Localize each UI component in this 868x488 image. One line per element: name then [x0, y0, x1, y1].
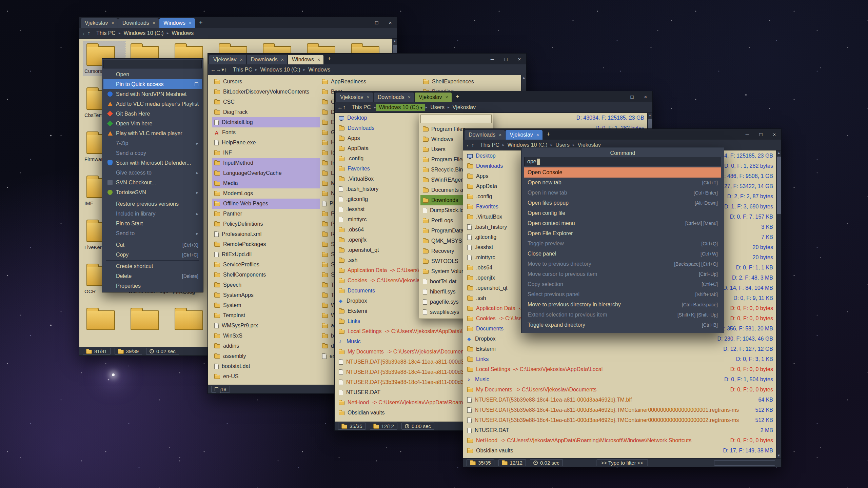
breadcrumb-vjekoslav[interactable]: Vjekoslav	[450, 104, 478, 111]
close-button[interactable]: ×	[383, 20, 397, 25]
file-row-csc[interactable]: CSC	[212, 97, 320, 107]
back-button[interactable]: ←	[82, 30, 87, 36]
tab-close-icon[interactable]: ×	[408, 95, 411, 100]
context-menu-item-delete[interactable]: Delete[Delete]	[103, 271, 202, 281]
tab-close-icon[interactable]: ×	[111, 20, 114, 26]
context-menu-item-play-with-vlc-media-player[interactable]: Play with VLC media player	[103, 128, 202, 138]
maximize-button[interactable]: □	[754, 131, 768, 137]
context-menu-item-pin-to-start[interactable]: Pin to Start	[103, 219, 202, 228]
titlebar[interactable]: Vjekoslav×Downloads×Windows×+ ─ □ ×	[79, 17, 397, 28]
file-row-tempinst[interactable]: TempInst	[212, 310, 320, 321]
close-button[interactable]: ×	[639, 94, 652, 100]
file-row-inputmethod[interactable]: InputMethod	[212, 158, 320, 168]
file-row-en-us[interactable]: en-US	[212, 371, 320, 382]
tab-close-icon[interactable]: ×	[367, 95, 369, 100]
tab-close-icon[interactable]: ×	[240, 57, 242, 62]
forward-button[interactable]: →	[216, 67, 221, 73]
command-item-toggle-preview[interactable]: Toggle preview[Ctrl+Q]	[524, 239, 721, 249]
scrollbar[interactable]: ▲ ▼	[776, 150, 781, 458]
minimize-button[interactable]: ─	[741, 131, 754, 137]
breadcrumb-windows-10-c[interactable]: Windows 10 (C:)	[257, 66, 303, 74]
command-item-open-context-menu[interactable]: Open context menu[Ctrl+M] [Menu]	[524, 218, 721, 228]
tab-close-icon[interactable]: ×	[281, 57, 284, 62]
command-item-extend-selection-to-previous-item[interactable]: Extend selection to previous item[Shift+…	[524, 310, 721, 320]
file-row-bootstat-dat[interactable]: bootstat.dat	[212, 361, 320, 371]
titlebar[interactable]: Vjekoslav×Downloads×Windows×+ ─ □ ×	[208, 54, 526, 64]
tab-vjekoslav[interactable]: Vjekoslav×	[209, 55, 246, 64]
tab-close-icon[interactable]: ×	[536, 132, 539, 138]
tab-vjekoslav[interactable]: Vjekoslav×	[81, 18, 118, 28]
file-row-cursors[interactable]: Cursors	[212, 77, 320, 87]
command-item-copy-selection[interactable]: Copy selection[Ctrl+C]	[524, 279, 721, 289]
file-row-ntuser-dat[interactable]: NTUSER.DAT2 MB	[463, 425, 781, 435]
back-button[interactable]: ←	[211, 67, 216, 73]
context-menu-item-pin-to-quick-access[interactable]: Pin to Quick access	[103, 79, 202, 89]
file-row-bitlockerdiscoveryvolumecontents[interactable]: BitLockerDiscoveryVolumeContents	[212, 87, 320, 97]
file-row-wmsyspr9-prx[interactable]: WMSysPr9.prx	[212, 321, 320, 331]
context-menu-item-tortoisesvn[interactable]: TortoiseSVN▸	[103, 187, 202, 197]
scroll-up-icon[interactable]: ▲	[392, 39, 397, 44]
file-row-my-documents[interactable]: My Documents-> C:\Users\Vjekoslav\Docume…	[463, 385, 781, 395]
context-menu-item-open[interactable]: Open	[103, 69, 202, 79]
file-row-eksterni[interactable]: EksterniD: 12, F: 127, 12 GB	[463, 344, 781, 354]
tab-close-icon[interactable]: ×	[499, 132, 501, 138]
command-item-open-file-explorer[interactable]: Open File Explorer	[524, 228, 721, 239]
context-menu-item-scan-with-microsoft-defender[interactable]: Scan with Microsoft Defender...	[103, 158, 202, 168]
maximize-button[interactable]: □	[370, 20, 383, 25]
new-tab-button[interactable]: +	[324, 56, 335, 63]
back-button[interactable]: ←	[466, 142, 471, 148]
breadcrumb-this-pc[interactable]: This PC	[94, 29, 118, 37]
command-item-open-console[interactable]: Open Console	[524, 167, 721, 178]
file-row-modemlogs[interactable]: ModemLogs	[212, 188, 320, 199]
tab-windows[interactable]: Windows×	[288, 55, 323, 64]
file-row-shellexperiences[interactable]: ShellExperiences	[421, 77, 526, 87]
context-menu-item-copy[interactable]: Copy[Ctrl+C]	[103, 250, 202, 260]
dropdown-filter-input[interactable]	[420, 115, 492, 123]
scrollbar-thumb[interactable]	[777, 157, 781, 214]
file-row-policydefinitions[interactable]: PolicyDefinitions	[212, 219, 320, 229]
grid-item-folder[interactable]	[127, 306, 169, 340]
command-item-open-new-tab[interactable]: Open new tab[Ctrl+T]	[524, 178, 721, 188]
file-row-diagtrack[interactable]: DiagTrack	[212, 107, 320, 117]
file-row-system[interactable]: System	[212, 300, 320, 310]
up-button[interactable]: ↑	[224, 67, 227, 73]
context-menu-item-send-a-copy[interactable]: Send a copy	[103, 148, 202, 158]
file-row-rtlexupd-dll[interactable]: RtlExUpd.dll	[212, 249, 320, 260]
close-button[interactable]: ×	[768, 131, 781, 137]
file-row-inf[interactable]: INF	[212, 148, 320, 158]
breadcrumb-windows-10-c[interactable]: Windows 10 (C:)▾	[376, 104, 425, 111]
file-row-nethood[interactable]: NetHood-> C:\Users\Vjekoslav\AppData\Roa…	[463, 435, 781, 446]
context-menu-item-open-vim-here[interactable]: Open Vim here	[103, 119, 202, 128]
maximize-button[interactable]: □	[625, 94, 639, 100]
context-menu-item-create-shortcut[interactable]: Create shortcut	[103, 261, 202, 271]
command-item-select-previous-panel[interactable]: Select previous panel[Shift+Tab]	[524, 289, 721, 300]
context-menu-item-restore-previous-versions[interactable]: Restore previous versions	[103, 199, 202, 209]
context-menu-item-send-to[interactable]: Send to▸	[103, 228, 202, 238]
file-row-fonts[interactable]: AFonts	[212, 127, 320, 138]
command-item-move-cursor-to-previous-item[interactable]: Move cursor to previous item[Ctrl+Up]	[524, 269, 721, 279]
new-tab-button[interactable]: +	[452, 93, 463, 100]
new-tab-button[interactable]: +	[543, 131, 554, 138]
breadcrumb-dropdown-icon[interactable]: ▾	[419, 105, 422, 110]
file-row-panther[interactable]: Panther	[212, 209, 320, 219]
breadcrumb-windows[interactable]: Windows	[305, 66, 333, 74]
history-dropdown-button[interactable]: ▾	[221, 67, 224, 73]
command-item-open-files-popup[interactable]: Open files popup[Alt+Down]	[524, 198, 721, 208]
command-item-move-to-previous-directory-in-hierarchy[interactable]: Move to previous directory in hierarchy[…	[524, 300, 721, 310]
grid-item-folder[interactable]	[83, 306, 125, 340]
file-row-speech[interactable]: Speech	[212, 280, 320, 290]
file-row-dropbox[interactable]: ◆DropboxD: 230, F: 1043, 46 GB	[463, 334, 781, 344]
tab-vjekoslav[interactable]: Vjekoslav×	[336, 93, 373, 102]
minimize-button[interactable]: ─	[356, 20, 370, 25]
close-button[interactable]: ×	[513, 56, 526, 62]
titlebar[interactable]: Downloads×Vjekoslav×+ ─ □ ×	[463, 129, 781, 140]
tab-downloads[interactable]: Downloads×	[465, 130, 505, 140]
breadcrumb-windows-10-c[interactable]: Windows 10 (C:)	[121, 29, 166, 37]
tab-close-icon[interactable]: ×	[189, 20, 192, 26]
tab-downloads[interactable]: Downloads×	[247, 55, 287, 64]
tab-downloads[interactable]: Downloads×	[374, 93, 414, 102]
file-row-links[interactable]: LinksD: 0, F: 3, 1 KB	[463, 354, 781, 364]
file-row-assembly[interactable]: assembly	[212, 351, 320, 361]
context-menu-item-cut[interactable]: Cut[Ctrl+X]	[103, 240, 202, 250]
tab-close-icon[interactable]: ×	[446, 95, 448, 100]
